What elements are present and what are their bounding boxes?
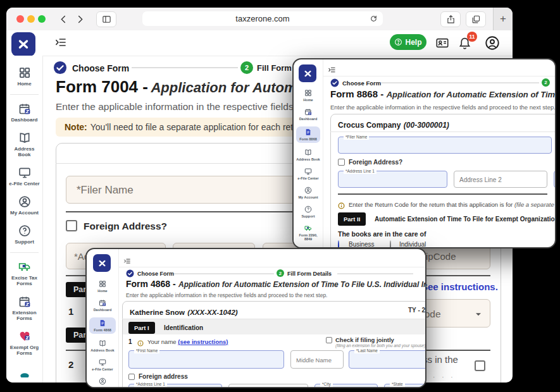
address-line2-input[interactable]: Address Line 2 — [454, 171, 547, 188]
reload-icon[interactable] — [370, 15, 378, 25]
sidebar-item-form-4868[interactable]: Form 4868 — [89, 317, 116, 334]
note-label: Note: — [65, 122, 87, 132]
page-subtitle: Enter the applicable information in the … — [126, 292, 327, 298]
calendar-icon — [18, 102, 31, 115]
sidebar-item-label: My Account — [93, 386, 113, 387]
taxzerone-logo[interactable] — [11, 32, 35, 56]
sidebar-item-my-account[interactable]: My Account — [8, 195, 41, 216]
sidebar-item-form-8868[interactable]: Form 8868 — [296, 126, 320, 143]
form-4868-window: HomeDashboardForm 4868Address Booke-File… — [85, 248, 426, 388]
url-bar[interactable]: taxzerone.com — [142, 11, 383, 26]
form-title-italic: Application for Automatic Extension of T… — [178, 280, 426, 289]
sidebar-item-label: Dashboard — [94, 308, 112, 312]
last-name-input[interactable]: *Last Name — [349, 350, 426, 369]
sidebar-item-home[interactable]: Home — [88, 280, 117, 293]
sidebar-item-my-account[interactable]: My Account — [295, 187, 321, 199]
collapse-menu-icon[interactable] — [54, 36, 67, 51]
note-text: You'll need to file a separate applicati… — [90, 122, 309, 132]
collapse-menu-icon[interactable] — [123, 256, 131, 267]
state-input[interactable]: *State — [384, 384, 426, 388]
sidebar-item-e-file-center[interactable]: e-File Center — [8, 166, 41, 187]
taxzerone-logo[interactable] — [93, 254, 111, 272]
step1-check-icon — [126, 269, 134, 278]
help-button[interactable]: Help — [390, 34, 426, 50]
page-subtitle: Enter the applicable information in the … — [330, 104, 556, 111]
sidebar-item-dashboard[interactable]: Dashboard — [88, 299, 117, 312]
sidebar-item-home[interactable]: Home — [295, 89, 321, 102]
account-avatar-icon[interactable] — [485, 35, 500, 53]
filing-jointly-checkbox[interactable] — [326, 337, 332, 343]
sidebar-item-support[interactable]: Support — [8, 224, 41, 245]
step2-label[interactable]: Fill Form Details — [287, 271, 332, 277]
line2-checkbox[interactable] — [475, 360, 485, 371]
truck-icon — [304, 224, 312, 232]
sidebar-item-extension-forms[interactable]: Extension Forms — [8, 295, 41, 321]
foreign-address-label: Foreign Address? — [349, 159, 402, 166]
part1-title: Identification — [164, 324, 203, 331]
form-number: Form 8868 - — [330, 89, 383, 99]
maximize-traffic-light[interactable] — [38, 15, 46, 23]
step1-check-icon — [53, 61, 67, 75]
sidebar-item-address-book[interactable]: Address Book — [295, 149, 321, 161]
contact-card-icon[interactable] — [435, 36, 449, 52]
section-divider — [338, 193, 547, 195]
sidebar-item-e-file-center[interactable]: e-File Center — [295, 168, 321, 180]
sidebar-toggle-icon[interactable] — [96, 11, 116, 27]
sidebar-item-label: e-File Center — [9, 181, 39, 187]
sidebar-item-home[interactable]: Home — [8, 66, 41, 87]
address-line1-input[interactable]: *Address Line 1 — [128, 384, 222, 388]
sidebar-item-teal[interactable] — [8, 365, 41, 377]
sidebar-item-support[interactable]: Support — [295, 205, 321, 218]
collapse-menu-icon[interactable] — [328, 65, 336, 77]
line2-number: 2 — [68, 359, 73, 370]
taxzerone-logo[interactable] — [299, 64, 316, 82]
sidebar-item-label: Extension Forms — [8, 310, 41, 321]
foreign-address-checkbox[interactable] — [128, 374, 135, 380]
company-header: Crocus Company (00-3000001) — [338, 119, 449, 130]
step1-label[interactable]: Choose Form — [72, 63, 129, 73]
sidebar-item-label: Home — [303, 98, 313, 102]
sidebar-item-excise-tax-forms[interactable]: Excise Tax Forms — [8, 260, 41, 286]
sidebar-item-label: Dashboard — [11, 117, 38, 123]
mini-sidebar: HomeDashboardForm 8868Address Booke-File… — [294, 83, 323, 247]
middle-name-input[interactable]: Middle Name — [290, 350, 344, 369]
see-instructions-link[interactable]: (see instructions) — [178, 338, 228, 345]
tax-year-label: TY - 2023 — [408, 307, 426, 314]
sidebar-item-e-file-center[interactable]: e-File Center — [88, 358, 117, 371]
address-line1-input[interactable]: *Address Line 1 — [338, 171, 447, 188]
step1-label[interactable]: Choose Form — [137, 271, 174, 277]
tabs-overview-icon[interactable] — [466, 11, 486, 27]
mini-sidebar: HomeDashboardForm 4868Address Booke-File… — [87, 274, 118, 387]
address-line2-input[interactable]: Address Line 2 — [228, 384, 308, 388]
forward-icon[interactable] — [73, 13, 86, 25]
first-name-input[interactable]: *First Name — [128, 350, 284, 369]
see-instructions-link[interactable]: See instructions. — [421, 281, 498, 292]
monitor-icon — [99, 358, 106, 366]
sidebar-item-dashboard[interactable]: Dashboard — [295, 108, 321, 121]
filing-jointly-label: Check if filing jointly — [335, 336, 394, 343]
sidebar-item-my-account[interactable]: My Account — [88, 377, 117, 387]
city-input[interactable]: *City — [314, 384, 378, 388]
new-tab-button[interactable]: + — [493, 8, 513, 30]
back-icon[interactable] — [57, 13, 70, 25]
sidebar-item-label: My Account — [299, 195, 318, 199]
clipped-input[interactable] — [554, 171, 556, 188]
line1-number: 1 — [128, 338, 132, 345]
grid-icon — [304, 89, 312, 97]
app-sidebar: HomeDashboardAddress Booke-File CenterMy… — [6, 56, 43, 383]
foreign-address-checkbox[interactable] — [66, 220, 77, 231]
composite-stage: taxzerone.com + — [0, 0, 560, 392]
minimize-traffic-light[interactable] — [27, 15, 35, 23]
share-icon[interactable] — [440, 11, 461, 27]
sidebar-item-form-2290-8849[interactable]: Form 2290, 8849 — [295, 224, 321, 241]
return-code-italic: (file a separate application for each re… — [514, 201, 556, 208]
step1-label[interactable]: Choose Form — [342, 80, 381, 87]
filer-name-input[interactable]: *Filer Name — [338, 137, 552, 154]
sidebar-divider — [323, 59, 323, 247]
sidebar-item-dashboard[interactable]: Dashboard — [8, 102, 41, 123]
foreign-address-checkbox[interactable] — [338, 159, 345, 166]
close-traffic-light[interactable] — [16, 15, 24, 23]
sidebar-item-address-book[interactable]: Address Book — [8, 132, 41, 157]
sidebar-item-exempt-org-forms[interactable]: Exempt Org Forms — [8, 330, 41, 356]
sidebar-item-address-book[interactable]: Address Book — [88, 340, 117, 352]
